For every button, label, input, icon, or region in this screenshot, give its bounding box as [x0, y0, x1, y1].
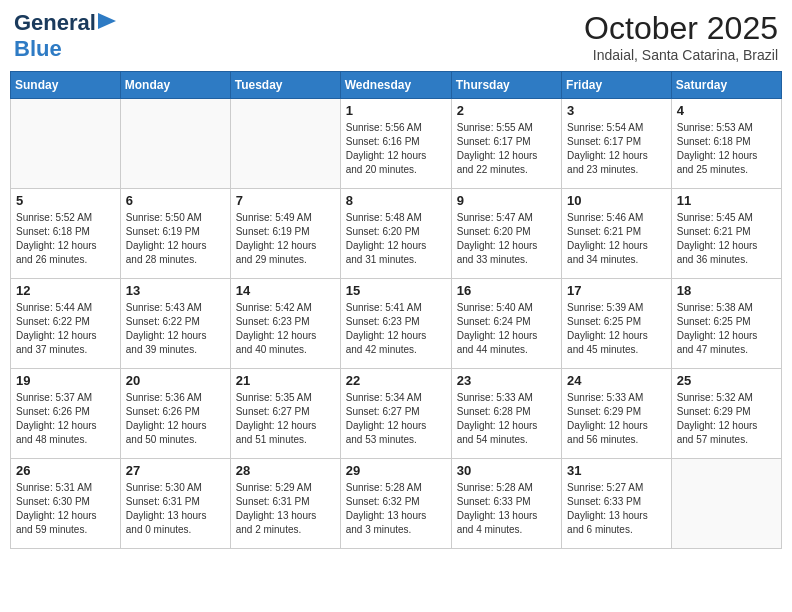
calendar-cell: 4Sunrise: 5:53 AM Sunset: 6:18 PM Daylig…	[671, 99, 781, 189]
day-info: Sunrise: 5:33 AM Sunset: 6:28 PM Dayligh…	[457, 391, 556, 447]
day-number: 3	[567, 103, 666, 118]
calendar-cell: 31Sunrise: 5:27 AM Sunset: 6:33 PM Dayli…	[562, 459, 672, 549]
calendar-table: SundayMondayTuesdayWednesdayThursdayFrid…	[10, 71, 782, 549]
day-number: 14	[236, 283, 335, 298]
day-info: Sunrise: 5:54 AM Sunset: 6:17 PM Dayligh…	[567, 121, 666, 177]
calendar-cell: 13Sunrise: 5:43 AM Sunset: 6:22 PM Dayli…	[120, 279, 230, 369]
svg-marker-0	[98, 13, 116, 29]
logo: General Blue	[14, 10, 116, 62]
location-subtitle: Indaial, Santa Catarina, Brazil	[584, 47, 778, 63]
day-number: 24	[567, 373, 666, 388]
calendar-cell: 12Sunrise: 5:44 AM Sunset: 6:22 PM Dayli…	[11, 279, 121, 369]
day-info: Sunrise: 5:53 AM Sunset: 6:18 PM Dayligh…	[677, 121, 776, 177]
day-number: 18	[677, 283, 776, 298]
day-number: 26	[16, 463, 115, 478]
calendar-cell: 22Sunrise: 5:34 AM Sunset: 6:27 PM Dayli…	[340, 369, 451, 459]
calendar-cell: 3Sunrise: 5:54 AM Sunset: 6:17 PM Daylig…	[562, 99, 672, 189]
day-info: Sunrise: 5:28 AM Sunset: 6:32 PM Dayligh…	[346, 481, 446, 537]
calendar-cell: 27Sunrise: 5:30 AM Sunset: 6:31 PM Dayli…	[120, 459, 230, 549]
day-info: Sunrise: 5:37 AM Sunset: 6:26 PM Dayligh…	[16, 391, 115, 447]
logo-arrow-icon	[98, 13, 116, 29]
calendar-week-row: 26Sunrise: 5:31 AM Sunset: 6:30 PM Dayli…	[11, 459, 782, 549]
day-number: 25	[677, 373, 776, 388]
weekday-header: Wednesday	[340, 72, 451, 99]
day-number: 4	[677, 103, 776, 118]
logo-blue: Blue	[14, 36, 62, 62]
day-number: 10	[567, 193, 666, 208]
day-number: 1	[346, 103, 446, 118]
calendar-cell: 25Sunrise: 5:32 AM Sunset: 6:29 PM Dayli…	[671, 369, 781, 459]
day-info: Sunrise: 5:50 AM Sunset: 6:19 PM Dayligh…	[126, 211, 225, 267]
calendar-cell	[120, 99, 230, 189]
day-info: Sunrise: 5:34 AM Sunset: 6:27 PM Dayligh…	[346, 391, 446, 447]
day-number: 9	[457, 193, 556, 208]
day-number: 31	[567, 463, 666, 478]
weekday-header: Tuesday	[230, 72, 340, 99]
calendar-cell: 23Sunrise: 5:33 AM Sunset: 6:28 PM Dayli…	[451, 369, 561, 459]
weekday-header: Saturday	[671, 72, 781, 99]
day-info: Sunrise: 5:49 AM Sunset: 6:19 PM Dayligh…	[236, 211, 335, 267]
day-info: Sunrise: 5:27 AM Sunset: 6:33 PM Dayligh…	[567, 481, 666, 537]
day-info: Sunrise: 5:42 AM Sunset: 6:23 PM Dayligh…	[236, 301, 335, 357]
weekday-header: Thursday	[451, 72, 561, 99]
day-info: Sunrise: 5:43 AM Sunset: 6:22 PM Dayligh…	[126, 301, 225, 357]
month-title: October 2025	[584, 10, 778, 47]
day-info: Sunrise: 5:40 AM Sunset: 6:24 PM Dayligh…	[457, 301, 556, 357]
calendar-cell: 21Sunrise: 5:35 AM Sunset: 6:27 PM Dayli…	[230, 369, 340, 459]
day-info: Sunrise: 5:41 AM Sunset: 6:23 PM Dayligh…	[346, 301, 446, 357]
day-number: 12	[16, 283, 115, 298]
calendar-cell: 26Sunrise: 5:31 AM Sunset: 6:30 PM Dayli…	[11, 459, 121, 549]
day-info: Sunrise: 5:56 AM Sunset: 6:16 PM Dayligh…	[346, 121, 446, 177]
day-number: 8	[346, 193, 446, 208]
calendar-cell: 15Sunrise: 5:41 AM Sunset: 6:23 PM Dayli…	[340, 279, 451, 369]
day-number: 20	[126, 373, 225, 388]
day-info: Sunrise: 5:48 AM Sunset: 6:20 PM Dayligh…	[346, 211, 446, 267]
title-area: October 2025 Indaial, Santa Catarina, Br…	[584, 10, 778, 63]
calendar-cell	[230, 99, 340, 189]
calendar-cell: 24Sunrise: 5:33 AM Sunset: 6:29 PM Dayli…	[562, 369, 672, 459]
calendar-week-row: 1Sunrise: 5:56 AM Sunset: 6:16 PM Daylig…	[11, 99, 782, 189]
calendar-cell: 20Sunrise: 5:36 AM Sunset: 6:26 PM Dayli…	[120, 369, 230, 459]
day-number: 2	[457, 103, 556, 118]
calendar-cell: 2Sunrise: 5:55 AM Sunset: 6:17 PM Daylig…	[451, 99, 561, 189]
day-info: Sunrise: 5:28 AM Sunset: 6:33 PM Dayligh…	[457, 481, 556, 537]
day-info: Sunrise: 5:44 AM Sunset: 6:22 PM Dayligh…	[16, 301, 115, 357]
day-number: 15	[346, 283, 446, 298]
weekday-header: Friday	[562, 72, 672, 99]
calendar-cell: 6Sunrise: 5:50 AM Sunset: 6:19 PM Daylig…	[120, 189, 230, 279]
calendar-week-row: 12Sunrise: 5:44 AM Sunset: 6:22 PM Dayli…	[11, 279, 782, 369]
day-info: Sunrise: 5:30 AM Sunset: 6:31 PM Dayligh…	[126, 481, 225, 537]
day-number: 28	[236, 463, 335, 478]
calendar-cell: 28Sunrise: 5:29 AM Sunset: 6:31 PM Dayli…	[230, 459, 340, 549]
day-info: Sunrise: 5:29 AM Sunset: 6:31 PM Dayligh…	[236, 481, 335, 537]
day-info: Sunrise: 5:47 AM Sunset: 6:20 PM Dayligh…	[457, 211, 556, 267]
day-number: 16	[457, 283, 556, 298]
day-info: Sunrise: 5:35 AM Sunset: 6:27 PM Dayligh…	[236, 391, 335, 447]
day-info: Sunrise: 5:46 AM Sunset: 6:21 PM Dayligh…	[567, 211, 666, 267]
weekday-header: Monday	[120, 72, 230, 99]
calendar-cell: 19Sunrise: 5:37 AM Sunset: 6:26 PM Dayli…	[11, 369, 121, 459]
day-number: 22	[346, 373, 446, 388]
weekday-header-row: SundayMondayTuesdayWednesdayThursdayFrid…	[11, 72, 782, 99]
day-number: 23	[457, 373, 556, 388]
day-info: Sunrise: 5:55 AM Sunset: 6:17 PM Dayligh…	[457, 121, 556, 177]
day-number: 19	[16, 373, 115, 388]
calendar-cell: 29Sunrise: 5:28 AM Sunset: 6:32 PM Dayli…	[340, 459, 451, 549]
day-info: Sunrise: 5:31 AM Sunset: 6:30 PM Dayligh…	[16, 481, 115, 537]
calendar-cell: 11Sunrise: 5:45 AM Sunset: 6:21 PM Dayli…	[671, 189, 781, 279]
calendar-cell: 30Sunrise: 5:28 AM Sunset: 6:33 PM Dayli…	[451, 459, 561, 549]
calendar-cell: 16Sunrise: 5:40 AM Sunset: 6:24 PM Dayli…	[451, 279, 561, 369]
day-info: Sunrise: 5:36 AM Sunset: 6:26 PM Dayligh…	[126, 391, 225, 447]
day-number: 21	[236, 373, 335, 388]
calendar-cell: 1Sunrise: 5:56 AM Sunset: 6:16 PM Daylig…	[340, 99, 451, 189]
day-number: 7	[236, 193, 335, 208]
calendar-week-row: 19Sunrise: 5:37 AM Sunset: 6:26 PM Dayli…	[11, 369, 782, 459]
day-number: 30	[457, 463, 556, 478]
calendar-cell: 18Sunrise: 5:38 AM Sunset: 6:25 PM Dayli…	[671, 279, 781, 369]
calendar-cell: 17Sunrise: 5:39 AM Sunset: 6:25 PM Dayli…	[562, 279, 672, 369]
calendar-cell: 8Sunrise: 5:48 AM Sunset: 6:20 PM Daylig…	[340, 189, 451, 279]
day-number: 5	[16, 193, 115, 208]
calendar-week-row: 5Sunrise: 5:52 AM Sunset: 6:18 PM Daylig…	[11, 189, 782, 279]
day-info: Sunrise: 5:45 AM Sunset: 6:21 PM Dayligh…	[677, 211, 776, 267]
day-info: Sunrise: 5:38 AM Sunset: 6:25 PM Dayligh…	[677, 301, 776, 357]
